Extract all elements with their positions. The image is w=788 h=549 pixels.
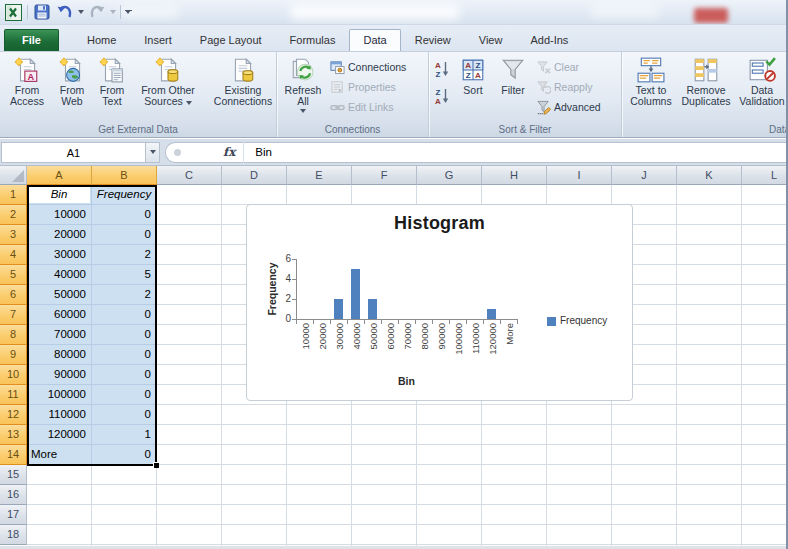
row-header-7[interactable]: 7 xyxy=(0,305,27,325)
connections-icon xyxy=(330,60,345,75)
column-header-K[interactable]: K xyxy=(677,166,742,185)
x-tick-label-More: More xyxy=(504,323,515,369)
row-header-18[interactable]: 18 xyxy=(0,525,27,545)
bar-30000[interactable] xyxy=(334,299,343,319)
row-header-14[interactable]: 14 xyxy=(0,445,27,465)
group-label: Data Tools xyxy=(622,123,788,137)
column-header-B[interactable]: B xyxy=(92,166,157,185)
row-header-1[interactable]: 1 xyxy=(0,185,27,205)
row-header-6[interactable]: 6 xyxy=(0,285,27,305)
separator xyxy=(243,142,244,163)
from-other-sources-button[interactable]: From Other Sources xyxy=(132,54,204,120)
dropdown-icon xyxy=(300,109,306,113)
connections-button[interactable]: Connections xyxy=(327,57,409,77)
row-header-12[interactable]: 12 xyxy=(0,405,27,425)
reapply-filter-icon xyxy=(536,80,551,95)
bar-120000[interactable] xyxy=(487,309,496,319)
row-header-16[interactable]: 16 xyxy=(0,485,27,505)
tab-page-layout[interactable]: Page Layout xyxy=(186,29,276,51)
properties-button-disabled[interactable]: Properties xyxy=(327,77,409,97)
clear-filter-button-disabled[interactable]: Clear xyxy=(533,57,604,77)
close-button[interactable] xyxy=(694,8,728,23)
name-box-dropdown[interactable] xyxy=(146,142,160,163)
row-header-15[interactable]: 15 xyxy=(0,465,27,485)
advanced-filter-button[interactable]: Advanced xyxy=(533,97,604,117)
from-access-button[interactable]: A From Access xyxy=(2,54,52,120)
column-header-J[interactable]: J xyxy=(612,166,677,185)
filter-button[interactable]: Filter xyxy=(493,54,533,120)
customize-qat-dropdown-icon[interactable] xyxy=(125,10,131,14)
save-button[interactable] xyxy=(32,2,52,22)
tab-file[interactable]: File xyxy=(4,29,59,51)
reapply-filter-button-disabled[interactable]: Reapply xyxy=(533,77,604,97)
edit-links-button-disabled[interactable]: Edit Links xyxy=(327,97,409,117)
name-box[interactable]: A1 xyxy=(1,142,146,163)
sort-descending-button[interactable]: Z A xyxy=(431,86,453,105)
column-header-H[interactable]: H xyxy=(482,166,547,185)
bar-40000[interactable] xyxy=(351,269,360,319)
column-header-A[interactable]: A xyxy=(27,166,92,185)
undo-button[interactable] xyxy=(55,2,75,22)
sort-ascending-button[interactable]: A Z xyxy=(431,59,453,78)
chart-legend[interactable]: Frequency xyxy=(547,315,607,326)
tab-home[interactable]: Home xyxy=(73,29,130,51)
remove-duplicates-button[interactable]: Remove Duplicates xyxy=(678,54,734,120)
from-web-button[interactable]: From Web xyxy=(52,54,92,120)
column-header-L[interactable]: L xyxy=(742,166,788,185)
tab-review[interactable]: Review xyxy=(401,29,465,51)
x-tick-mark xyxy=(364,320,365,324)
fill-handle[interactable] xyxy=(153,462,159,468)
x-tick-label-100000: 100000 xyxy=(453,323,464,369)
undo-dropdown-icon[interactable] xyxy=(78,10,84,14)
svg-text:Z: Z xyxy=(436,88,441,97)
text-to-columns-button[interactable]: Text to Columns xyxy=(624,54,678,120)
row-header-5[interactable]: 5 xyxy=(0,265,27,285)
x-tick-mark xyxy=(313,320,314,324)
from-text-button[interactable]: From Text xyxy=(92,54,132,120)
tab-insert[interactable]: Insert xyxy=(130,29,186,51)
x-axis-title[interactable]: Bin xyxy=(296,375,517,387)
bar-50000[interactable] xyxy=(368,299,377,319)
sort-az-icon: A Z xyxy=(434,60,450,78)
edit-links-icon xyxy=(330,100,345,115)
data-validation-button[interactable]: Data Validation xyxy=(734,54,788,120)
group-get-external-data: A From Access From Web xyxy=(0,52,277,137)
column-header-G[interactable]: G xyxy=(417,166,482,185)
chart-title[interactable]: Histogram xyxy=(247,213,632,234)
tab-formulas[interactable]: Formulas xyxy=(276,29,350,51)
histogram-chart[interactable]: Histogram Frequency 02461000020000300004… xyxy=(246,204,633,401)
row-header-3[interactable]: 3 xyxy=(0,225,27,245)
column-header-F[interactable]: F xyxy=(352,166,417,185)
existing-connections-button[interactable]: Existing Connections xyxy=(208,54,278,120)
row-header-4[interactable]: 4 xyxy=(0,245,27,265)
tab-view[interactable]: View xyxy=(465,29,517,51)
column-header-D[interactable]: D xyxy=(222,166,287,185)
y-tick-label: 2 xyxy=(267,293,291,304)
column-header-E[interactable]: E xyxy=(287,166,352,185)
x-tick-mark xyxy=(483,320,484,324)
formula-content[interactable]: Bin xyxy=(255,146,272,158)
redo-button-disabled[interactable] xyxy=(87,2,107,22)
redo-dropdown-icon[interactable] xyxy=(110,10,116,14)
sort-button[interactable]: A Z Z A Sort xyxy=(453,54,493,120)
insert-function-icon[interactable]: fx xyxy=(223,145,235,159)
row-header-10[interactable]: 10 xyxy=(0,365,27,385)
x-tick-label-110000: 110000 xyxy=(470,323,481,369)
row-header-8[interactable]: 8 xyxy=(0,325,27,345)
row-header-9[interactable]: 9 xyxy=(0,345,27,365)
column-header-C[interactable]: C xyxy=(157,166,222,185)
row-header-17[interactable]: 17 xyxy=(0,505,27,525)
row-header-2[interactable]: 2 xyxy=(0,205,27,225)
tab-add-ins[interactable]: Add-Ins xyxy=(516,29,582,51)
column-header-I[interactable]: I xyxy=(547,166,612,185)
formula-input-area[interactable]: fx Bin xyxy=(165,142,788,163)
group-connections: Refresh All Connections xyxy=(277,52,429,137)
qat-separator xyxy=(27,5,28,19)
refresh-all-button[interactable]: Refresh All xyxy=(279,54,327,120)
y-tick-label: 0 xyxy=(267,313,291,324)
tab-data[interactable]: Data xyxy=(349,29,400,51)
select-all-corner[interactable] xyxy=(0,166,27,185)
excel-logo-icon[interactable] xyxy=(3,2,23,22)
row-header-11[interactable]: 11 xyxy=(0,385,27,405)
row-header-13[interactable]: 13 xyxy=(0,425,27,445)
